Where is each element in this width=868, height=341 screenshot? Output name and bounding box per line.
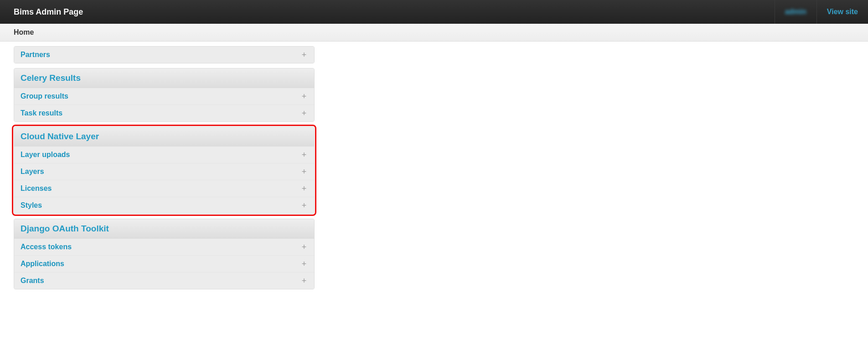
navbar: Bims Admin Page admin View site	[0, 0, 868, 24]
model-link-access-tokens[interactable]: Access tokens	[21, 243, 72, 251]
model-row-layers: Layers +	[14, 163, 314, 180]
add-icon[interactable]: +	[300, 184, 308, 193]
model-row-partners: Partners +	[14, 47, 314, 63]
model-row-grants: Grants +	[14, 272, 314, 289]
model-link-layers[interactable]: Layers	[21, 168, 44, 176]
model-link-grants[interactable]: Grants	[21, 277, 44, 285]
model-link-styles[interactable]: Styles	[21, 201, 42, 210]
add-icon[interactable]: +	[300, 260, 308, 268]
module-caption: Celery Results	[14, 68, 314, 88]
user-name: admin	[785, 8, 806, 16]
model-link-partners[interactable]: Partners	[21, 51, 50, 59]
model-row-access-tokens: Access tokens +	[14, 238, 314, 255]
module-caption: Cloud Native Layer	[14, 127, 314, 146]
breadcrumb: Home	[0, 24, 868, 42]
user-menu[interactable]: admin	[775, 0, 816, 24]
model-link-applications[interactable]: Applications	[21, 260, 64, 268]
model-row-licenses: Licenses +	[14, 180, 314, 197]
add-icon[interactable]: +	[300, 168, 308, 176]
module-celery-results: Celery Results Group results + Task resu…	[14, 68, 315, 122]
add-icon[interactable]: +	[300, 201, 308, 210]
view-site-link[interactable]: View site	[817, 0, 868, 24]
add-icon[interactable]: +	[300, 109, 308, 117]
model-link-layer-uploads[interactable]: Layer uploads	[21, 151, 70, 159]
module-caption: Django OAuth Toolkit	[14, 219, 314, 238]
model-link-licenses[interactable]: Licenses	[21, 184, 52, 193]
model-row-styles: Styles +	[14, 197, 314, 214]
navbar-right: admin View site	[775, 0, 868, 24]
model-row-layer-uploads: Layer uploads +	[14, 146, 314, 163]
model-link-group-results[interactable]: Group results	[21, 92, 68, 100]
module-previous: Partners +	[14, 46, 315, 63]
add-icon[interactable]: +	[300, 243, 308, 251]
add-icon[interactable]: +	[300, 151, 308, 159]
module-list: Partners + Celery Results Group results …	[14, 46, 315, 289]
model-row-task-results: Task results +	[14, 105, 314, 121]
content-area: Partners + Celery Results Group results …	[0, 46, 868, 299]
breadcrumb-current: Home	[14, 28, 34, 36]
model-row-group-results: Group results +	[14, 88, 314, 105]
brand-title: Bims Admin Page	[0, 7, 83, 17]
model-link-task-results[interactable]: Task results	[21, 109, 62, 117]
add-icon[interactable]: +	[300, 92, 308, 100]
add-icon[interactable]: +	[300, 277, 308, 285]
model-row-applications: Applications +	[14, 255, 314, 272]
add-icon[interactable]: +	[300, 51, 308, 59]
module-cloud-native-layer: Cloud Native Layer Layer uploads + Layer…	[14, 126, 315, 214]
module-django-oauth-toolkit: Django OAuth Toolkit Access tokens + App…	[14, 219, 315, 289]
